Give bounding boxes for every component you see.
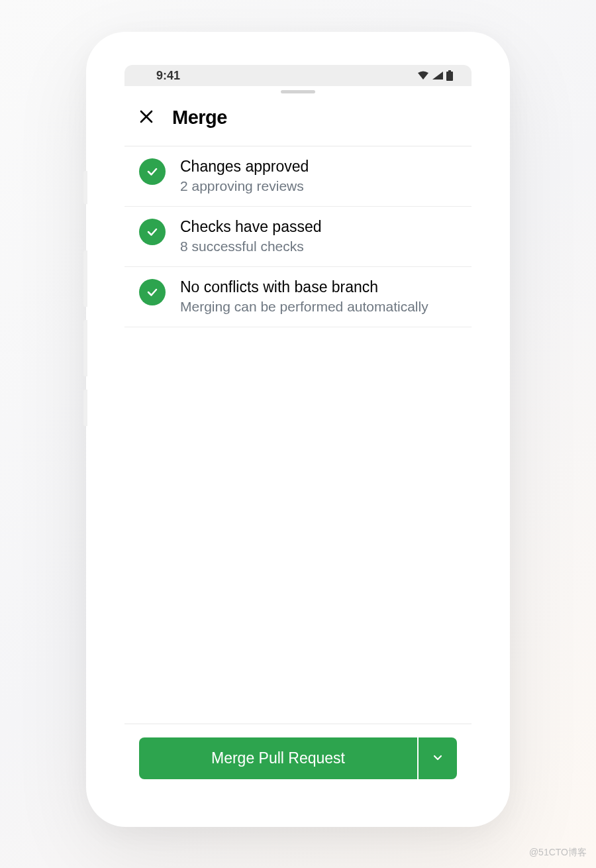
status-item-approved[interactable]: Changes approved 2 approving reviews	[124, 146, 472, 207]
status-item-conflicts[interactable]: No conflicts with base branch Merging ca…	[124, 267, 472, 327]
check-circle-icon	[139, 279, 166, 305]
status-item-checks[interactable]: Checks have passed 8 successful checks	[124, 207, 472, 267]
check-circle-icon	[139, 158, 166, 185]
item-text: No conflicts with base branch Merging ca…	[180, 278, 457, 316]
svg-rect-0	[448, 70, 451, 72]
battery-icon	[446, 70, 453, 81]
merge-button[interactable]: Merge Pull Request	[139, 737, 417, 779]
sheet-header: Merge	[124, 93, 472, 146]
svg-rect-1	[446, 72, 453, 81]
item-title: No conflicts with base branch	[180, 278, 457, 297]
chevron-down-icon	[432, 751, 444, 765]
item-title: Checks have passed	[180, 217, 457, 237]
status-right	[417, 70, 453, 81]
item-subtitle: 8 successful checks	[180, 237, 457, 256]
phone-frame: 9:41 Merge	[86, 32, 510, 827]
status-time: 9:41	[156, 69, 180, 83]
item-text: Checks have passed 8 successful checks	[180, 217, 457, 256]
close-icon	[139, 109, 154, 126]
page-title: Merge	[172, 107, 227, 129]
bottom-action-bar: Merge Pull Request	[124, 724, 472, 794]
watermark: @51CTO博客	[529, 847, 587, 859]
close-button[interactable]	[139, 109, 154, 126]
item-title: Changes approved	[180, 157, 457, 176]
check-circle-icon	[139, 219, 166, 245]
item-subtitle: 2 approving reviews	[180, 177, 457, 195]
status-bar: 9:41	[124, 65, 472, 86]
signal-icon	[432, 71, 444, 80]
content: Changes approved 2 approving reviews Che…	[124, 146, 472, 724]
item-text: Changes approved 2 approving reviews	[180, 157, 457, 195]
merge-options-button[interactable]	[419, 737, 457, 779]
screen: 9:41 Merge	[124, 65, 472, 794]
item-subtitle: Merging can be performed automatically	[180, 298, 457, 316]
wifi-icon	[417, 71, 429, 80]
